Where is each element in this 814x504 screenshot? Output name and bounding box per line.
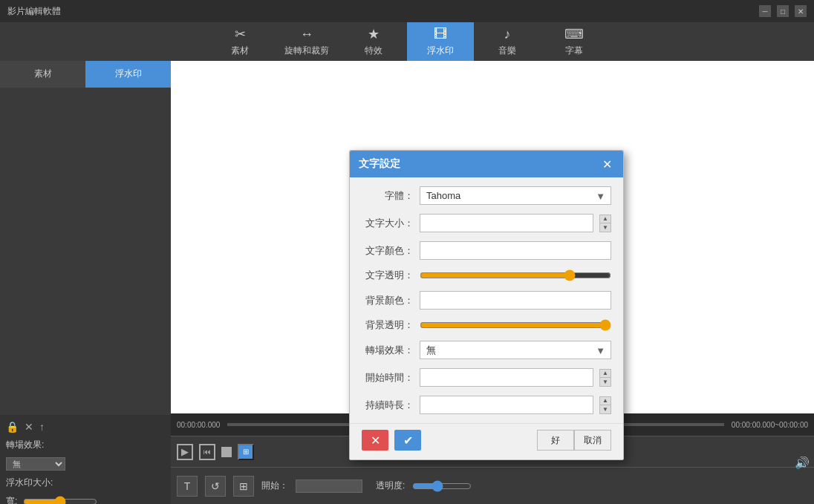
left-tab-material[interactable]: 素材 [0,61,85,88]
effect-icon: ★ [368,26,380,42]
left-footer: 🔒 ✕ ↑ 轉場效果: 無 浮水印大小: 寬: 高: [0,415,171,504]
window-controls: ─ □ ✕ [759,5,807,17]
start-time-down[interactable]: ▼ [599,378,611,387]
dialog-transition-label: 轉場效果： [362,344,414,357]
font-size-label: 文字大小： [362,217,414,230]
bg-opacity-slider[interactable] [420,319,611,331]
left-tab-material-label: 素材 [34,68,52,80]
text-color-label: 文字顏色： [362,244,414,258]
dialog-body: 字體： Tahoma ▼ 文字大小： 32 ▲ ▼ [350,177,623,423]
subtitle-icon: ⌨ [564,26,584,42]
duration-field[interactable]: 00：00：05.000 [420,396,593,414]
text-opacity-slider[interactable] [420,269,611,281]
dialog-close-button[interactable]: ✕ [599,157,614,171]
rewind-button[interactable]: ⏮ [199,444,215,460]
transition-select[interactable]: 無 [6,457,65,471]
width-slider[interactable] [23,496,97,505]
wm-size-label: 浮水印大小: [6,477,53,489]
bg-color-input[interactable]: #FFFFFF00 [420,291,611,310]
stop-button[interactable] [221,447,232,457]
left-tab-watermark-label: 浮水印 [115,68,142,80]
bg-opacity-label: 背景透明： [362,318,414,332]
watermark-icon: 🎞 [434,27,447,42]
nav-item-subtitle[interactable]: ⌨ 字幕 [541,22,608,61]
font-size-down[interactable]: ▼ [599,223,611,232]
duration-row: 持續時長： 00：00：05.000 ▲ ▼ [362,396,611,414]
text-color-input[interactable]: #FFFFFFFF [420,241,611,260]
left-tab-watermark[interactable]: 浮水印 [85,61,171,88]
opacity-label: 透明度: [376,480,405,492]
start-time-row: 開始時間： 00：00：00.000 ▲ ▼ [362,368,611,387]
dialog-footer-right: 好 取消 [537,430,611,451]
text-color-row: 文字顏色： #FFFFFFFF [362,241,611,260]
start-time-up[interactable]: ▲ [599,369,611,378]
dialog-transition-select-wrap: 無 ▼ [420,341,611,359]
dialog-title: 文字設定 [359,157,400,171]
volume-icon[interactable]: 🔊 [795,456,810,470]
main-area: 素材 浮水印 🔒 ✕ ↑ 轉場效果: 無 浮水印大小: [0,61,814,504]
bg-color-row: 背景顏色： #FFFFFF00 [362,291,611,310]
text-settings-dialog: 文字設定 ✕ 字體： Tahoma ▼ 文字大小： [349,150,624,460]
lock-row: 🔒 ✕ ↑ [6,421,165,433]
dialog-transition-row: 轉場效果： 無 ▼ [362,341,611,359]
font-size-spinner: ▲ ▼ [599,215,611,232]
left-content [0,88,171,415]
text-tool-button[interactable]: T [177,476,198,497]
nav-item-watermark[interactable]: 🎞 浮水印 [407,22,474,61]
transition-icon: ↔ [300,27,313,42]
transition-label: 轉場效果: [6,439,44,451]
nav-item-transition[interactable]: ↔ 旋轉和裁剪 [273,22,340,61]
start-label: 開始： [261,480,288,492]
dialog-ok-button[interactable]: 好 [537,430,574,451]
start-time-input[interactable]: 00:00:00.000 [296,480,362,493]
font-select-wrap: Tahoma ▼ [420,186,611,205]
bottom-toolbar: T ↺ ⊞ 開始： 00:00:00.000 透明度: [171,467,814,504]
transition-select-row: 無 [6,457,165,471]
frame-button[interactable]: ⊞ [238,444,254,460]
opacity-slider[interactable] [412,480,472,492]
nav-item-music[interactable]: ♪ 音樂 [474,22,541,61]
timeline-end: 00:00:00.000~00:00:00 [732,421,808,429]
cancel-x-icon: ✕ [371,433,380,448]
music-icon: ♪ [504,27,511,42]
refresh-button[interactable]: ↺ [205,476,226,497]
start-time-label: 開始時間： [362,371,414,384]
font-row: 字體： Tahoma ▼ [362,186,611,205]
confirm-check-icon: ✔ [403,433,413,448]
delete-icon[interactable]: ✕ [25,421,33,433]
dialog-title-bar: 文字設定 ✕ [350,151,623,177]
duration-down[interactable]: ▼ [599,405,611,414]
grid-button[interactable]: ⊞ [233,476,254,497]
nav-music-label: 音樂 [498,45,516,57]
up-icon[interactable]: ↑ [39,421,45,433]
start-time-field[interactable]: 00：00：00.000 [420,368,593,387]
duration-spinner: ▲ ▼ [599,396,611,414]
font-size-input[interactable]: 32 [420,214,593,232]
material-icon: ✂ [235,26,246,42]
minimize-button[interactable]: ─ [759,5,771,17]
font-select[interactable]: Tahoma [420,186,611,205]
nav-bar: ✂ 素材 ↔ 旋轉和裁剪 ★ 特效 🎞 浮水印 ♪ 音樂 ⌨ 字幕 [0,22,814,61]
duration-label: 持續時長： [362,399,414,412]
font-label: 字體： [362,189,414,203]
dialog-footer: ✕ ✔ 好 取消 [350,423,623,459]
nav-effect-label: 特效 [365,45,382,57]
text-opacity-row: 文字透明： [362,269,611,282]
timeline-start: 00:00:00.000 [177,421,220,429]
dialog-confirm-icon-button[interactable]: ✔ [394,430,421,451]
play-button[interactable]: ▶ [177,444,193,460]
nav-item-effect[interactable]: ★ 特效 [340,22,407,61]
duration-up[interactable]: ▲ [599,396,611,405]
nav-transition-label: 旋轉和裁剪 [284,45,329,57]
maximize-button[interactable]: □ [777,5,789,17]
width-label: 寬: [6,495,17,504]
bg-color-label: 背景顏色： [362,294,414,307]
text-opacity-label: 文字透明： [362,269,414,282]
nav-item-material[interactable]: ✂ 素材 [206,22,273,61]
dialog-cancel-icon-button[interactable]: ✕ [362,430,388,451]
font-size-up[interactable]: ▲ [599,215,611,223]
wm-width-row: 寬: [6,495,165,504]
dialog-transition-select[interactable]: 無 [420,341,611,359]
dialog-close-btn[interactable]: 取消 [574,430,611,451]
close-window-button[interactable]: ✕ [795,5,807,17]
